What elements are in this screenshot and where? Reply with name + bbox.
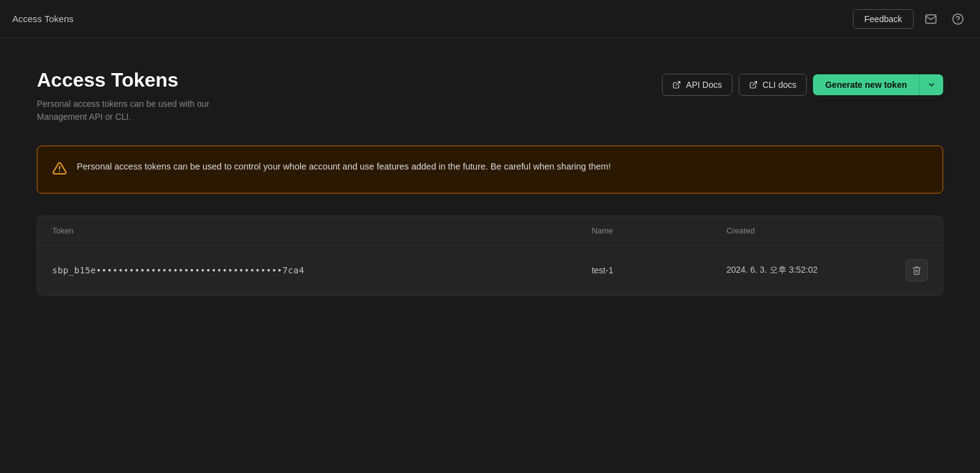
trash-icon — [912, 265, 922, 275]
svg-point-0 — [953, 14, 963, 24]
svg-line-2 — [676, 82, 680, 85]
token-name-cell: test-1 — [577, 246, 712, 295]
generate-btn-group: Generate new token — [813, 74, 943, 95]
warning-icon — [52, 161, 67, 179]
tokens-table-container: Token Name Created sbp_b15e•••••••••••••… — [37, 216, 943, 295]
generate-new-token-button[interactable]: Generate new token — [813, 74, 919, 95]
page-subtitle: Personal access tokens can be used with … — [37, 98, 221, 123]
token-value: sbp_b15e••••••••••••••••••••••••••••••••… — [52, 265, 305, 275]
external-link-icon — [672, 80, 681, 89]
inbox-button[interactable] — [921, 9, 941, 29]
api-docs-button[interactable]: API Docs — [662, 74, 732, 96]
nav-title: Access Tokens — [12, 14, 74, 24]
warning-banner: Personal access tokens can be used to co… — [37, 146, 943, 194]
table-body: sbp_b15e••••••••••••••••••••••••••••••••… — [37, 246, 943, 295]
delete-token-button[interactable] — [906, 259, 928, 281]
page-title-section: Access Tokens Personal access tokens can… — [37, 69, 662, 123]
token-value-cell: sbp_b15e••••••••••••••••••••••••••••••••… — [37, 246, 577, 295]
help-icon — [952, 13, 964, 25]
table-header: Token Name Created — [37, 216, 943, 246]
cli-docs-label: CLI docs — [763, 80, 796, 90]
token-created-cell: 2024. 6. 3. 오후 3:52:02 — [712, 246, 891, 295]
inbox-icon — [925, 13, 937, 25]
external-link-icon-2 — [749, 80, 758, 89]
main-content: Access Tokens Personal access tokens can… — [0, 38, 980, 326]
generate-token-dropdown-button[interactable] — [919, 74, 943, 95]
help-button[interactable] — [948, 9, 968, 29]
table-row: sbp_b15e••••••••••••••••••••••••••••••••… — [37, 246, 943, 295]
svg-line-3 — [753, 82, 756, 85]
warning-text: Personal access tokens can be used to co… — [77, 160, 611, 174]
header-actions: API Docs CLI docs Generate new token — [662, 74, 943, 96]
chevron-down-icon — [927, 80, 936, 89]
token-action-cell — [891, 246, 943, 295]
name-column-header: Name — [577, 216, 712, 246]
page-header: Access Tokens Personal access tokens can… — [37, 69, 943, 123]
created-column-header: Created — [712, 216, 891, 246]
feedback-button[interactable]: Feedback — [853, 9, 914, 29]
cli-docs-button[interactable]: CLI docs — [739, 74, 807, 96]
tokens-table: Token Name Created sbp_b15e•••••••••••••… — [37, 216, 943, 295]
api-docs-label: API Docs — [686, 80, 721, 90]
token-column-header: Token — [37, 216, 577, 246]
action-column-header — [891, 216, 943, 246]
top-nav: Access Tokens Feedback — [0, 0, 980, 38]
nav-right: Feedback — [853, 9, 968, 29]
page-title: Access Tokens — [37, 69, 662, 92]
